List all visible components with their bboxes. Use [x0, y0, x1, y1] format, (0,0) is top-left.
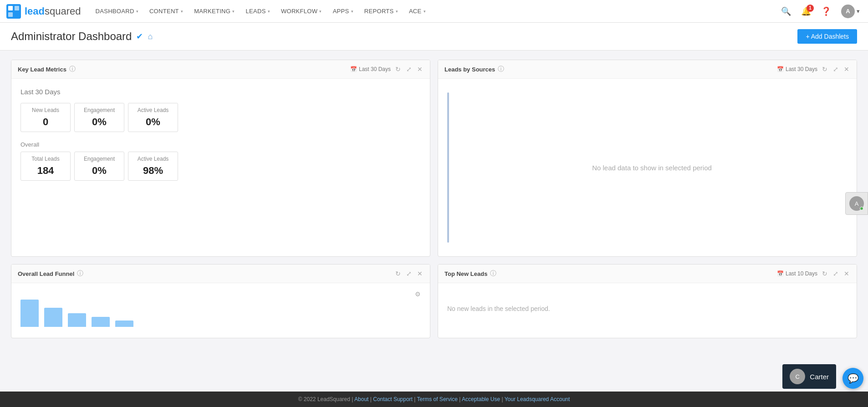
metric-label-engagement-30: Engagement: [80, 107, 118, 113]
chevron-down-icon: ▾: [268, 9, 270, 14]
klm-overall-label: Overall: [20, 141, 421, 148]
page-title: Administrator Dashboard: [11, 30, 132, 43]
dashlet-header-klm: Key Lead Metrics ⓘ 📅 Last 30 Days ↻ ⤢ ✕: [11, 60, 430, 79]
gear-button-olf[interactable]: ⚙: [415, 290, 421, 298]
nav-item-apps[interactable]: APPS ▾: [327, 0, 359, 23]
chevron-down-icon: ▾: [232, 9, 235, 14]
refresh-button-tnl[interactable]: ↻: [821, 269, 828, 278]
dashlets-grid: Key Lead Metrics ⓘ 📅 Last 30 Days ↻ ⤢ ✕ …: [11, 60, 857, 257]
expand-button-olf[interactable]: ⤢: [405, 269, 413, 278]
calendar-icon-lbs: 📅: [777, 66, 784, 72]
info-icon-klm[interactable]: ⓘ: [69, 65, 76, 73]
dashlet-controls-lbs: 📅 Last 30 Days ↻ ⤢ ✕: [777, 65, 850, 74]
info-icon-lbs[interactable]: ⓘ: [498, 65, 504, 73]
dashlet-header-olf: Overall Lead Funnel ⓘ ↻ ⤢ ✕: [11, 265, 430, 283]
home-icon[interactable]: ⌂: [148, 32, 153, 41]
help-button[interactable]: ❓: [818, 5, 834, 18]
metric-label-new-leads: New Leads: [26, 107, 65, 113]
info-icon-tnl[interactable]: ⓘ: [490, 270, 496, 278]
funnel-bar-4: [92, 317, 110, 327]
date-filter-tnl[interactable]: 📅 Last 10 Days: [777, 270, 817, 277]
dashlet-header-tnl: Top New Leads ⓘ 📅 Last 10 Days ↻ ⤢ ✕: [438, 265, 857, 283]
metric-value-active-leads-overall: 98%: [134, 165, 172, 177]
online-indicator: [860, 207, 863, 210]
dashlet-title-lbs: Leads by Sources: [444, 66, 495, 73]
close-button-klm[interactable]: ✕: [416, 65, 424, 74]
chart-y-axis: [447, 92, 449, 243]
dashlet-overall-lead-funnel: Overall Lead Funnel ⓘ ↻ ⤢ ✕ ⚙: [11, 264, 430, 338]
date-filter-lbs[interactable]: 📅 Last 30 Days: [777, 66, 817, 72]
nav-item-ace[interactable]: ACE ▾: [403, 0, 431, 23]
expand-button-tnl[interactable]: ⤢: [832, 269, 839, 278]
dashlet-header-lbs: Leads by Sources ⓘ 📅 Last 30 Days ↻ ⤢ ✕: [438, 60, 857, 79]
refresh-button-klm[interactable]: ↻: [394, 65, 402, 74]
refresh-button-lbs[interactable]: ↻: [821, 65, 828, 74]
metric-value-active-leads-30: 0%: [134, 116, 172, 128]
add-dashlets-button[interactable]: + Add Dashlets: [797, 29, 857, 44]
info-icon-olf[interactable]: ⓘ: [77, 270, 83, 278]
metric-value-new-leads: 0: [26, 116, 65, 128]
chevron-down-icon: ▾: [136, 9, 138, 14]
chevron-down-icon: ▾: [396, 9, 398, 14]
refresh-button-olf[interactable]: ↻: [394, 269, 402, 278]
metric-label-total-leads: Total Leads: [26, 156, 65, 162]
klm-section-label: Last 30 Days: [20, 88, 421, 96]
svg-rect-2: [15, 6, 19, 10]
dashlet-title-area-klm: Key Lead Metrics ⓘ: [18, 65, 76, 73]
nav-links: DASHBOARD ▾ CONTENT ▾ MARKETING ▾ LEADS …: [90, 0, 778, 23]
close-button-lbs[interactable]: ✕: [843, 65, 850, 74]
chevron-down-icon: ▾: [319, 9, 322, 14]
expand-button-klm[interactable]: ⤢: [405, 65, 413, 74]
chevron-down-icon: ▾: [857, 8, 860, 15]
dashlet-body-olf: ⚙: [11, 283, 430, 338]
navbar: leadsquared DASHBOARD ▾ CONTENT ▾ MARKET…: [0, 0, 868, 23]
nav-item-workflow[interactable]: WORKFLOW ▾: [276, 0, 327, 23]
logo[interactable]: leadsquared: [5, 3, 81, 20]
dashlets-bottom: Overall Lead Funnel ⓘ ↻ ⤢ ✕ ⚙: [11, 264, 857, 338]
dashlet-body-tnl: No new leads in the selected period.: [438, 283, 857, 338]
nav-item-marketing[interactable]: MARKETING ▾: [189, 0, 240, 23]
dashlet-controls-klm: 📅 Last 30 Days ↻ ⤢ ✕: [350, 65, 424, 74]
dashlet-title-olf: Overall Lead Funnel: [18, 270, 74, 277]
user-menu-button[interactable]: A ▾: [838, 3, 863, 20]
notifications-button[interactable]: 🔔 1: [798, 5, 814, 18]
chart-empty-lbs: No lead data to show in selected period: [456, 92, 848, 243]
svg-rect-3: [8, 12, 13, 17]
dashlet-title-area-lbs: Leads by Sources ⓘ: [444, 65, 504, 73]
logo-icon: [5, 3, 22, 20]
avatar: A: [841, 5, 855, 18]
chevron-down-icon: ▾: [351, 9, 353, 14]
top-new-leads-empty: No new leads in the selected period.: [447, 290, 848, 327]
side-avatar: A: [849, 196, 864, 211]
dashlet-key-lead-metrics: Key Lead Metrics ⓘ 📅 Last 30 Days ↻ ⤢ ✕ …: [11, 60, 430, 257]
metric-box-active-leads-30: Active Leads 0%: [128, 103, 178, 132]
page-title-area: Administrator Dashboard ✔ ⌂: [11, 30, 153, 43]
expand-button-lbs[interactable]: ⤢: [832, 65, 839, 74]
metric-label-engagement-overall: Engagement: [80, 156, 118, 162]
close-button-olf[interactable]: ✕: [416, 269, 424, 278]
dashlet-title-area-tnl: Top New Leads ⓘ: [444, 270, 496, 278]
close-button-tnl[interactable]: ✕: [843, 269, 850, 278]
klm-last30-row: New Leads 0 Engagement 0% Active Leads 0…: [20, 103, 421, 132]
chevron-down-icon: ▾: [424, 9, 426, 14]
page-header: Administrator Dashboard ✔ ⌂ + Add Dashle…: [0, 23, 868, 51]
date-filter-klm[interactable]: 📅 Last 30 Days: [350, 66, 391, 72]
side-user-avatar[interactable]: A: [845, 192, 868, 215]
dashlet-title-tnl: Top New Leads: [444, 270, 487, 277]
funnel-bar-5: [115, 321, 133, 327]
calendar-icon-tnl: 📅: [777, 270, 784, 277]
dashlet-controls-olf: ↻ ⤢ ✕: [394, 269, 424, 278]
funnel-bar-1: [20, 300, 39, 327]
klm-overall-section: Overall Total Leads 184 Engagement 0% Ac…: [20, 141, 421, 181]
nav-item-content[interactable]: CONTENT ▾: [144, 0, 189, 23]
metric-box-engagement-overall: Engagement 0%: [74, 152, 124, 181]
metric-label-active-leads-30: Active Leads: [134, 107, 172, 113]
search-button[interactable]: 🔍: [778, 5, 794, 18]
klm-overall-row: Total Leads 184 Engagement 0% Active Lea…: [20, 152, 421, 181]
metric-box-active-leads-overall: Active Leads 98%: [128, 152, 178, 181]
nav-item-reports[interactable]: REPORTS ▾: [359, 0, 403, 23]
dashlet-leads-by-sources: Leads by Sources ⓘ 📅 Last 30 Days ↻ ⤢ ✕ …: [438, 60, 857, 257]
dashlet-body-lbs: No lead data to show in selected period: [438, 79, 857, 256]
nav-item-leads[interactable]: LEADS ▾: [240, 0, 275, 23]
nav-item-dashboard[interactable]: DASHBOARD ▾: [90, 0, 144, 23]
